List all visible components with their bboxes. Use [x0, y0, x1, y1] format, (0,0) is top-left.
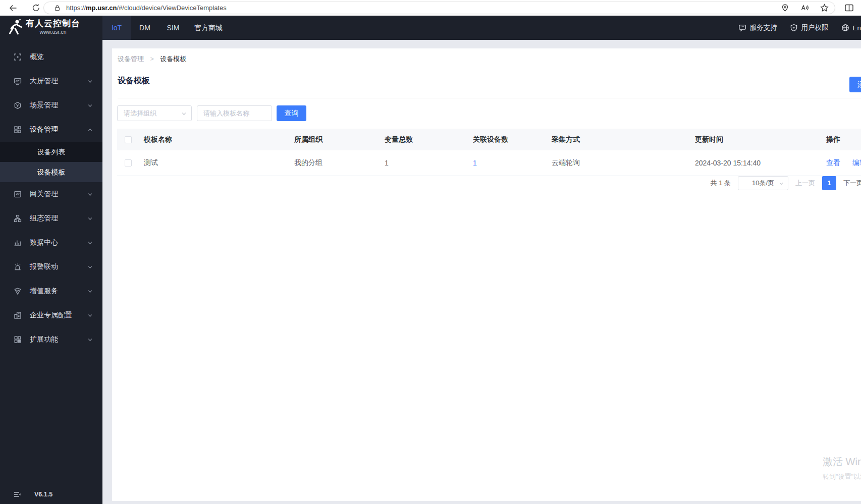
split-screen-icon[interactable] [844, 3, 854, 13]
sidebar-item-screen-mgmt[interactable]: 大屏管理 [0, 69, 102, 93]
location-pin-icon[interactable] [781, 4, 789, 12]
chevron-down-icon [87, 313, 93, 318]
brand[interactable]: 有人云控制台 www.usr.cn [7, 19, 80, 37]
prev-page-button[interactable]: 上一页 [795, 179, 815, 188]
sidebar-item-enterprise-config[interactable]: 企业专属配置 [0, 303, 102, 327]
sidebar-item-label: 设备管理 [30, 125, 58, 134]
address-bar[interactable]: https://mp.usr.cn/#/cloud/device/ViewDev… [43, 2, 835, 14]
sidebar-subitem-device-list[interactable]: 设备列表 [0, 142, 102, 162]
sidebar-item-label: 数据中心 [30, 238, 58, 247]
extension-icon [14, 335, 22, 344]
chat-icon [738, 24, 746, 32]
tab-dm[interactable]: DM [131, 16, 159, 40]
support-link[interactable]: 服务支持 [738, 23, 777, 32]
breadcrumb: 设备管理 > 设备模板 [118, 54, 186, 64]
sidebar-item-label: 组态管理 [30, 214, 58, 223]
template-name-input[interactable] [197, 105, 272, 121]
breadcrumb-device-mgmt[interactable]: 设备管理 [118, 55, 144, 63]
value-service-icon [14, 287, 22, 295]
url-text: https://mp.usr.cn/#/cloud/device/ViewDev… [66, 4, 770, 12]
cell-collect-method: 云端轮询 [552, 158, 695, 167]
sidebar-item-label: 增值服务 [30, 287, 58, 296]
view-action-link[interactable]: 查看 [826, 158, 840, 166]
sidebar-item-scene-mgmt[interactable]: 场景管理 [0, 93, 102, 118]
refresh-icon[interactable] [32, 4, 40, 12]
datacenter-icon [14, 239, 22, 247]
lock-icon [54, 5, 61, 12]
browser-toolbar: https://mp.usr.cn/#/cloud/device/ViewDev… [0, 0, 861, 16]
back-icon[interactable] [9, 4, 18, 13]
col-header-actions: 操作 [826, 135, 861, 144]
brand-subtitle: www.usr.cn [26, 29, 80, 35]
col-header-collect-method: 采集方式 [552, 135, 695, 144]
nav-tabs: IoT DM SIM 官方商城 [102, 16, 230, 40]
select-all-checkbox[interactable] [125, 136, 132, 143]
cell-updated-at: 2024-03-20 15:14:40 [695, 159, 826, 167]
permissions-label: 用户权限 [801, 23, 828, 32]
page-title: 设备模板 [118, 76, 150, 86]
activate-windows-watermark: 激活 Windows 转到"设置"以激活 Windows。 [823, 455, 861, 481]
read-aloud-icon[interactable] [800, 4, 809, 12]
brand-title: 有人云控制台 [26, 19, 80, 28]
org-select[interactable]: 请选择组织 [117, 105, 192, 121]
sidebar-item-value-added[interactable]: 增值服务 [0, 279, 102, 303]
url-scheme: https:// [66, 4, 86, 12]
sidebar-item-label: 企业专属配置 [30, 311, 72, 320]
page-number-1[interactable]: 1 [822, 176, 836, 190]
breadcrumb-separator-icon: > [150, 55, 154, 63]
sidebar-item-alarm-linkage[interactable]: 报警联动 [0, 255, 102, 279]
sidebar-item-device-mgmt[interactable]: 设备管理 [0, 118, 102, 142]
pagination: 共 1 条 10条/页 上一页 1 下一页 [117, 176, 861, 190]
chevron-down-icon [87, 264, 93, 270]
enterprise-icon [14, 311, 22, 319]
chevron-down-icon [87, 289, 93, 294]
cell-org: 我的分组 [294, 158, 385, 167]
edit-action-link[interactable]: 编辑 [852, 158, 861, 166]
sidebar-subitem-device-templates[interactable]: 设备模板 [0, 162, 102, 182]
watermark-line2: 转到"设置"以激活 Windows。 [823, 472, 861, 481]
chevron-down-icon [87, 192, 93, 197]
col-header-updated-at: 更新时间 [695, 135, 826, 144]
templates-table: 模板名称 所属组织 变量总数 关联设备数 采集方式 更新时间 操作 测试 我的分… [117, 129, 861, 176]
sidebar-item-gateway-mgmt[interactable]: 网关管理 [0, 182, 102, 206]
top-navbar: 有人云控制台 www.usr.cn IoT DM SIM 官方商城 服务支持 用… [0, 16, 861, 40]
device-icon [14, 126, 22, 134]
chevron-down-icon [87, 79, 93, 84]
url-path: /#/cloud/device/ViewDeviceTemplates [117, 4, 226, 12]
favorites-star-icon[interactable] [820, 4, 829, 12]
filter-bar: 请选择组织 查询 [117, 105, 306, 121]
add-template-button[interactable]: 添加模板 [849, 77, 861, 92]
next-page-button[interactable]: 下一页 [843, 179, 861, 188]
title-divider [118, 98, 861, 98]
chevron-down-icon [87, 240, 93, 246]
tab-sim[interactable]: SIM [159, 16, 187, 40]
sidebar-item-label: 扩展功能 [30, 335, 58, 344]
linked-devices-link[interactable]: 1 [473, 159, 477, 167]
chevron-down-icon [87, 337, 93, 343]
search-button[interactable]: 查询 [277, 105, 306, 121]
page-size-select[interactable]: 10条/页 [738, 176, 788, 190]
shield-icon [790, 24, 798, 32]
language-link[interactable]: En [841, 24, 861, 32]
permissions-link[interactable]: 用户权限 [790, 23, 828, 32]
sidebar-item-config-mgmt[interactable]: 组态管理 [0, 206, 102, 231]
collapse-sidebar-icon[interactable] [13, 490, 21, 498]
row-checkbox[interactable] [125, 159, 132, 166]
sidebar-item-extensions[interactable]: 扩展功能 [0, 327, 102, 352]
sidebar-item-overview[interactable]: 概览 [0, 45, 102, 69]
chevron-down-icon [181, 111, 187, 117]
sidebar-item-label: 概览 [30, 52, 44, 62]
tab-iot[interactable]: IoT [102, 16, 131, 40]
sidebar: 概览 大屏管理 场景管理 设备管理 设备列表 设备模板 网关管理 [0, 40, 102, 504]
tab-mall[interactable]: 官方商城 [187, 16, 230, 40]
support-label: 服务支持 [749, 23, 777, 32]
language-label: En [852, 24, 861, 32]
url-host: mp.usr.cn [86, 4, 117, 12]
sidebar-item-label: 场景管理 [30, 101, 58, 110]
usr-logo-icon [7, 19, 23, 37]
scene-icon [14, 101, 22, 109]
sidebar-item-label: 大屏管理 [30, 77, 58, 86]
content-card: 设备管理 > 设备模板 设备模板 添加模板 请选择组织 查询 模板名称 所属 [112, 48, 861, 501]
table-header-row: 模板名称 所属组织 变量总数 关联设备数 采集方式 更新时间 操作 [117, 129, 861, 150]
sidebar-item-data-center[interactable]: 数据中心 [0, 231, 102, 255]
